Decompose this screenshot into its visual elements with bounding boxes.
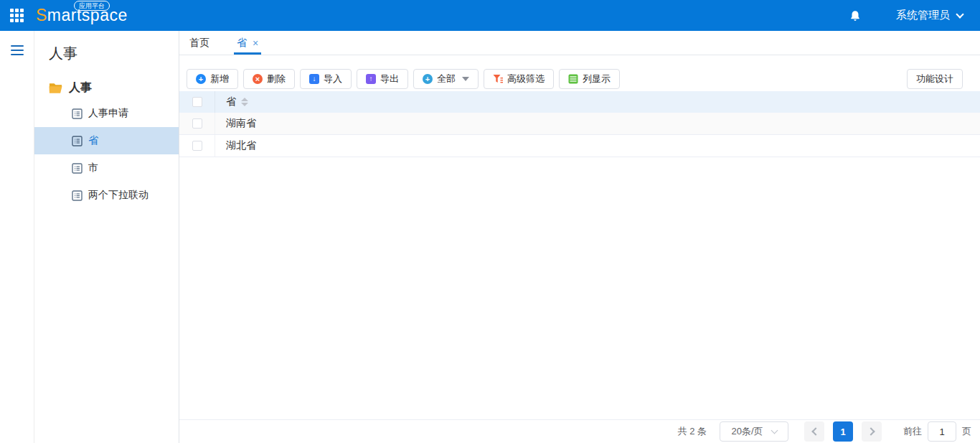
user-name: 系统管理员: [896, 9, 950, 22]
goto-label: 前往: [903, 425, 922, 438]
export-button[interactable]: ↑ 导出: [357, 69, 408, 89]
form-icon: [72, 163, 83, 174]
add-button[interactable]: + 新增: [187, 69, 238, 89]
logo: Smartspace 应用平台: [36, 0, 128, 31]
menu-toggle-icon[interactable]: [11, 45, 24, 55]
page-size-select[interactable]: 20条/页: [720, 421, 788, 442]
chevron-left-icon: [811, 427, 819, 435]
page-number-1[interactable]: 1: [833, 421, 853, 442]
sidebar-item-shi[interactable]: 市: [34, 154, 179, 182]
form-icon: [72, 108, 83, 119]
sort-icon[interactable]: [241, 98, 248, 106]
user-menu[interactable]: 系统管理员: [896, 9, 963, 22]
sidebar-item-sheng[interactable]: 省: [34, 127, 179, 154]
prev-page-button[interactable]: [804, 421, 824, 442]
table-header-row: 省: [179, 91, 980, 113]
next-page-button[interactable]: [862, 421, 882, 442]
import-button[interactable]: ↓ 导入: [300, 69, 352, 89]
scope-filter-dropdown[interactable]: + 全部: [413, 69, 479, 89]
main-content: 首页 省 × + 新增 × 删除 ↓ 导入 ↑ 导出 + 全部: [179, 31, 980, 443]
import-square-icon: ↓: [309, 74, 319, 84]
pagination-bar: 共 2 条 20条/页 1 前往 页: [179, 419, 980, 443]
toolbar: + 新增 × 删除 ↓ 导入 ↑ 导出 + 全部: [179, 55, 980, 91]
row-checkbox[interactable]: [192, 118, 202, 129]
add-circle-icon: +: [196, 74, 206, 84]
form-icon: [72, 136, 83, 146]
tree-folder-label: 人事: [69, 80, 92, 95]
delete-circle-icon: ×: [253, 74, 263, 84]
column-header-province[interactable]: 省: [226, 95, 236, 108]
delete-button[interactable]: × 删除: [243, 69, 295, 89]
app-header: Smartspace 应用平台 系统管理员: [0, 0, 980, 31]
sidebar-item-liangge-xiala-liandong[interactable]: 两个下拉联动: [34, 182, 179, 209]
data-table: 省 湖南省 湖北省: [179, 91, 980, 157]
table-row[interactable]: 湖南省: [179, 113, 980, 135]
row-checkbox[interactable]: [192, 141, 202, 151]
chevron-down-icon: [771, 427, 778, 434]
select-all-checkbox[interactable]: [192, 97, 202, 107]
cell-province: 湖南省: [226, 117, 256, 130]
form-icon: [72, 190, 83, 201]
chevron-right-icon: [867, 427, 875, 435]
folder-icon: [49, 83, 62, 94]
close-icon[interactable]: ×: [253, 38, 258, 48]
goto-suffix: 页: [962, 425, 971, 438]
chevron-down-icon: [956, 10, 963, 18]
table-row[interactable]: 湖北省: [179, 135, 980, 157]
columns-table-icon: [568, 74, 578, 84]
advanced-filter-button[interactable]: 高级筛选: [484, 69, 554, 89]
panel-title: 人事: [34, 31, 179, 63]
tab-home[interactable]: 首页: [184, 31, 215, 55]
goto-page-input[interactable]: [928, 421, 956, 442]
notification-bell-icon[interactable]: [849, 9, 862, 23]
sidebar-tree-panel: 人事 人事 人事申请 省 市: [34, 31, 179, 443]
tab-sheng[interactable]: 省 ×: [231, 31, 264, 55]
tab-bar: 首页 省 ×: [179, 31, 980, 55]
tree-folder-renshi[interactable]: 人事: [49, 80, 179, 95]
logo-badge: 应用平台: [74, 1, 110, 11]
export-square-icon: ↑: [366, 74, 376, 84]
cell-province: 湖北省: [226, 139, 256, 152]
scope-circle-icon: +: [423, 74, 433, 84]
function-design-button[interactable]: 功能设计: [907, 69, 963, 89]
column-display-button[interactable]: 列显示: [559, 69, 620, 89]
filter-funnel-icon: [493, 74, 503, 84]
caret-down-icon: [462, 77, 469, 81]
sidebar-item-renshi-shenqing[interactable]: 人事申请: [34, 100, 179, 127]
total-count: 共 2 条: [678, 425, 707, 438]
apps-grid-icon[interactable]: [10, 9, 24, 23]
collapse-rail: [0, 31, 34, 443]
